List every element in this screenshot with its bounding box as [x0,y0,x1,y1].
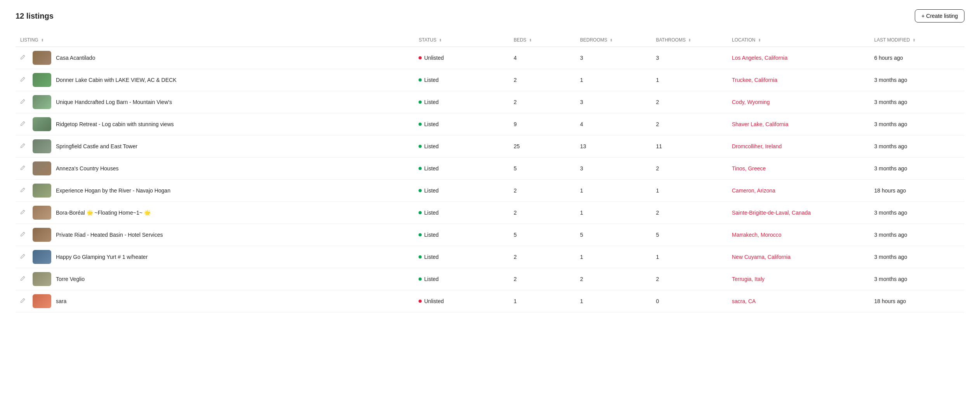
listing-cell-7: Bora-Boréal 🌟 ~Floating Home~1~ 🌟 [16,202,414,224]
col-header-location[interactable]: LOCATION ⬍ [727,33,870,47]
listing-name-2[interactable]: Unique Handcrafted Log Barn - Mountain V… [56,99,172,105]
listing-thumbnail-11 [33,294,51,308]
location-cell-4[interactable]: Dromcolliher, Ireland [727,135,870,158]
location-cell-7[interactable]: Sainte-Brigitte-de-Laval, Canada [727,202,870,224]
location-cell-11[interactable]: sacra, CA [727,290,870,312]
edit-icon-4[interactable] [20,143,28,149]
beds-cell-10: 2 [509,268,575,290]
edit-icon-8[interactable] [20,232,28,238]
col-header-status[interactable]: STATUS ⬍ [414,33,509,47]
bedrooms-cell-1: 1 [575,69,652,91]
location-cell-9[interactable]: New Cuyama, California [727,246,870,268]
listing-name-8[interactable]: Private Riad - Heated Basin - Hotel Serv… [56,232,163,238]
location-cell-1[interactable]: Truckee, California [727,69,870,91]
listing-cell-6: Experience Hogan by the River - Navajo H… [16,180,414,202]
location-link-5[interactable]: Tinos, Greece [732,165,766,172]
table-row: Experience Hogan by the River - Navajo H… [16,180,964,202]
edit-icon-5[interactable] [20,165,28,172]
listing-thumbnail-7 [33,206,51,220]
bedrooms-cell-7: 1 [575,202,652,224]
status-dot-0 [419,56,422,59]
table-row: Springfield Castle and East Tower Listed… [16,135,964,158]
edit-icon-3[interactable] [20,121,28,127]
listing-name-9[interactable]: Happy Go Glamping Yurt # 1 w/heater [56,254,148,260]
modified-cell-7: 3 months ago [870,202,964,224]
edit-icon-10[interactable] [20,276,28,282]
modified-cell-0: 6 hours ago [870,47,964,69]
location-cell-10[interactable]: Terrugia, Italy [727,268,870,290]
beds-cell-4: 25 [509,135,575,158]
listing-name-6[interactable]: Experience Hogan by the River - Navajo H… [56,187,170,194]
listing-name-1[interactable]: Donner Lake Cabin with LAKE VIEW, AC & D… [56,77,176,83]
status-cell-11: Unlisted [414,290,509,312]
edit-icon-6[interactable] [20,187,28,194]
location-cell-8[interactable]: Marrakech, Morocco [727,224,870,246]
col-header-bathrooms[interactable]: BATHROOMS ⬍ [651,33,727,47]
listing-thumbnail-0 [33,51,51,65]
listing-name-10[interactable]: Torre Veglio [56,276,85,282]
status-dot-7 [419,211,422,214]
location-cell-0[interactable]: Los Angeles, California [727,47,870,69]
edit-icon-1[interactable] [20,77,28,83]
page-title: 12 listings [16,12,54,21]
location-link-6[interactable]: Cameron, Arizona [732,187,775,194]
table-row: sara Unlisted 1 1 0 sacra, CA 18 hours a… [16,290,964,312]
status-cell-0: Unlisted [414,47,509,69]
beds-cell-11: 1 [509,290,575,312]
bathrooms-cell-3: 2 [651,113,727,135]
location-cell-2[interactable]: Cody, Wyoming [727,91,870,113]
bedrooms-cell-3: 4 [575,113,652,135]
status-dot-3 [419,123,422,126]
location-link-0[interactable]: Los Angeles, California [732,55,787,61]
listing-name-4[interactable]: Springfield Castle and East Tower [56,143,137,149]
location-cell-6[interactable]: Cameron, Arizona [727,180,870,202]
table-row: Casa Acantilado Unlisted 4 3 3 Los Angel… [16,47,964,69]
status-label-6: Listed [424,187,438,194]
listing-name-0[interactable]: Casa Acantilado [56,55,95,61]
edit-icon-2[interactable] [20,99,28,105]
location-link-2[interactable]: Cody, Wyoming [732,99,770,105]
edit-icon-0[interactable] [20,55,28,61]
location-link-8[interactable]: Marrakech, Morocco [732,232,782,238]
status-dot-11 [419,300,422,303]
location-link-4[interactable]: Dromcolliher, Ireland [732,143,782,149]
listing-thumbnail-2 [33,95,51,109]
status-cell-5: Listed [414,158,509,180]
location-cell-3[interactable]: Shaver Lake, California [727,113,870,135]
status-label-8: Listed [424,232,438,238]
location-cell-5[interactable]: Tinos, Greece [727,158,870,180]
table-row: Anneza's Country Houses Listed 5 3 2 Tin… [16,158,964,180]
col-header-beds[interactable]: BEDS ⬍ [509,33,575,47]
edit-icon-7[interactable] [20,210,28,216]
bedrooms-cell-10: 2 [575,268,652,290]
location-link-7[interactable]: Sainte-Brigitte-de-Laval, Canada [732,210,811,216]
edit-icon-11[interactable] [20,298,28,304]
modified-cell-3: 3 months ago [870,113,964,135]
status-cell-8: Listed [414,224,509,246]
listing-name-3[interactable]: Ridgetop Retreat - Log cabin with stunni… [56,121,174,127]
location-link-3[interactable]: Shaver Lake, California [732,121,789,127]
create-listing-button[interactable]: + Create listing [915,9,964,23]
listing-cell-9: Happy Go Glamping Yurt # 1 w/heater [16,246,414,268]
bathrooms-cell-9: 1 [651,246,727,268]
listing-name-7[interactable]: Bora-Boréal 🌟 ~Floating Home~1~ 🌟 [56,210,151,216]
table-row: Unique Handcrafted Log Barn - Mountain V… [16,91,964,113]
location-link-9[interactable]: New Cuyama, California [732,254,791,260]
location-link-1[interactable]: Truckee, California [732,77,777,83]
bedrooms-cell-8: 5 [575,224,652,246]
listing-name-11[interactable]: sara [56,298,66,304]
beds-cell-8: 5 [509,224,575,246]
col-header-listing[interactable]: LISTING ⬍ [16,33,414,47]
location-link-10[interactable]: Terrugia, Italy [732,276,765,282]
table-row: Private Riad - Heated Basin - Hotel Serv… [16,224,964,246]
edit-icon-9[interactable] [20,254,28,260]
bathrooms-cell-1: 1 [651,69,727,91]
bathrooms-cell-11: 0 [651,290,727,312]
col-header-bedrooms[interactable]: BEDROOMS ⬍ [575,33,652,47]
status-dot-6 [419,189,422,192]
beds-cell-6: 2 [509,180,575,202]
col-header-modified[interactable]: LAST MODIFIED ⬍ [870,33,964,47]
location-link-11[interactable]: sacra, CA [732,298,756,304]
status-label-3: Listed [424,121,438,127]
listing-name-5[interactable]: Anneza's Country Houses [56,165,118,172]
